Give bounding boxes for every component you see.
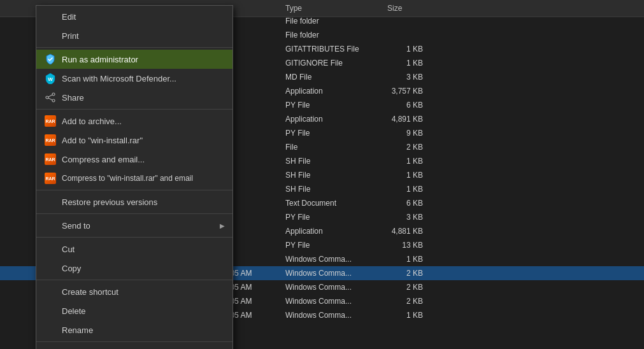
menu-item-print-label: Print xyxy=(62,31,225,41)
explorer-background: Name Date modified Type Size ba File fol… xyxy=(0,0,644,349)
menu-item-delete-label: Delete xyxy=(62,306,225,316)
context-menu: Edit Print Run as administrator W xyxy=(36,5,233,349)
menu-item-copy-label: Copy xyxy=(62,264,225,273)
share-icon xyxy=(44,91,57,104)
menu-item-create-shortcut[interactable]: Create shortcut xyxy=(36,282,233,301)
menu-item-scan-label: Scan with Microsoft Defender... xyxy=(62,74,225,83)
rename-icon xyxy=(44,324,57,336)
winrar-logo-4: RAR xyxy=(45,173,56,184)
menu-item-add-to-rar[interactable]: RAR Add to "win-install.rar" xyxy=(36,131,233,150)
menu-item-add-archive-label: Add to archive... xyxy=(62,117,225,126)
menu-item-compress-to-rar-email-label: Compress to "win-install.rar" and email xyxy=(62,174,225,183)
winrar-logo-2: RAR xyxy=(45,134,56,146)
winrar-icon-3: RAR xyxy=(44,153,57,166)
cut-icon xyxy=(44,243,57,255)
submenu-arrow-icon: ▶ xyxy=(220,222,225,229)
send-to-icon xyxy=(44,219,57,232)
separator xyxy=(36,341,233,342)
menu-item-rename-label: Rename xyxy=(62,325,225,335)
menu-item-compress-email-label: Compress and email... xyxy=(62,155,225,164)
separator xyxy=(36,109,233,110)
menu-item-cut[interactable]: Cut xyxy=(36,239,233,259)
menu-item-send-to[interactable]: Send to ▶ xyxy=(36,216,233,235)
menu-item-copy[interactable]: Copy xyxy=(36,259,233,278)
edit-icon xyxy=(44,10,57,23)
copy-icon xyxy=(44,262,57,274)
restore-icon xyxy=(44,196,57,208)
svg-text:W: W xyxy=(48,76,53,82)
create-shortcut-icon xyxy=(44,285,57,298)
menu-item-edit[interactable]: Edit xyxy=(36,7,233,26)
menu-item-cut-label: Cut xyxy=(62,245,225,254)
menu-item-rename[interactable]: Rename xyxy=(36,320,233,339)
separator xyxy=(36,237,233,238)
menu-item-add-to-rar-label: Add to "win-install.rar" xyxy=(62,136,225,145)
menu-item-compress-email[interactable]: RAR Compress and email... xyxy=(36,150,233,169)
svg-point-6 xyxy=(46,96,48,99)
menu-item-share[interactable]: Share xyxy=(36,88,233,107)
menu-item-add-archive[interactable]: RAR Add to archive... xyxy=(36,111,233,131)
menu-item-share-label: Share xyxy=(62,93,225,103)
winrar-icon: RAR xyxy=(44,115,57,127)
svg-line-8 xyxy=(48,95,52,97)
type-header[interactable]: Type xyxy=(280,1,382,15)
svg-point-7 xyxy=(52,99,55,102)
menu-item-restore-versions[interactable]: Restore previous versions xyxy=(36,192,233,211)
shield-icon xyxy=(44,53,57,66)
winrar-logo-3: RAR xyxy=(45,153,56,165)
svg-line-9 xyxy=(48,98,52,100)
delete-icon xyxy=(44,304,57,317)
menu-item-create-shortcut-label: Create shortcut xyxy=(62,287,225,297)
winrar-icon-2: RAR xyxy=(44,134,57,146)
winrar-icon-4: RAR xyxy=(44,172,57,185)
menu-item-restore-label: Restore previous versions xyxy=(62,197,225,207)
menu-item-edit-label: Edit xyxy=(62,12,225,22)
separator xyxy=(36,280,233,280)
size-header[interactable]: Size xyxy=(382,1,433,15)
menu-item-print[interactable]: Print xyxy=(36,26,233,45)
separator xyxy=(36,190,233,190)
menu-item-run-admin[interactable]: Run as administrator xyxy=(36,50,233,69)
menu-item-delete[interactable]: Delete xyxy=(36,301,233,320)
menu-item-scan-defender[interactable]: W Scan with Microsoft Defender... xyxy=(36,69,233,88)
menu-item-send-to-label: Send to xyxy=(62,221,220,231)
menu-item-run-admin-label: Run as administrator xyxy=(62,55,225,64)
menu-item-properties[interactable]: Properties xyxy=(36,344,233,349)
separator xyxy=(36,213,233,214)
defender-icon: W xyxy=(44,72,57,85)
svg-point-5 xyxy=(52,93,55,96)
winrar-logo: RAR xyxy=(45,115,56,127)
separator xyxy=(36,47,233,48)
print-icon xyxy=(44,29,57,42)
menu-item-compress-to-rar-email[interactable]: RAR Compress to "win-install.rar" and em… xyxy=(36,169,233,188)
